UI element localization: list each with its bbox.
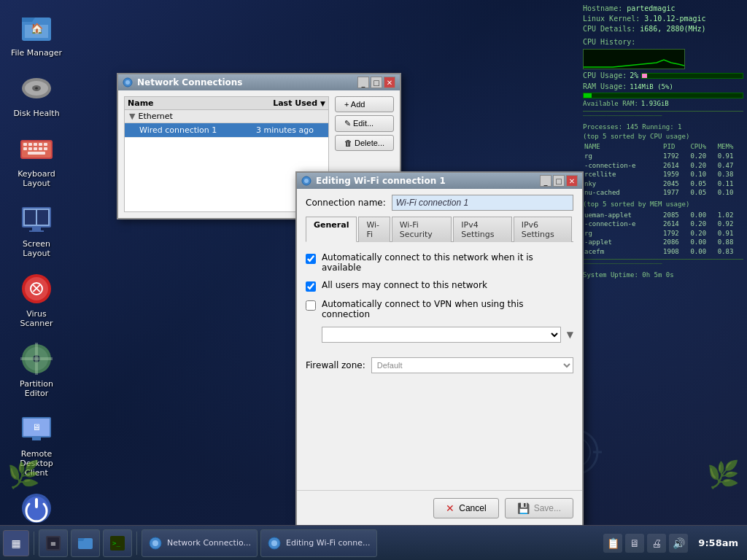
wifi-dialog-footer: ✕ Cancel 💾 Save... (297, 490, 582, 525)
kernel-value: 3.10.12-pmagic (644, 15, 705, 23)
cpu-usage-bar (641, 73, 743, 79)
kernel-label: Linux Kernel: (583, 15, 640, 23)
icon-virus-scanner[interactable]: ✕ Virus Scanner (7, 268, 66, 331)
tab-wifi[interactable]: Wi-Fi (358, 217, 390, 242)
icon-screen-layout[interactable]: Screen Layout (7, 198, 66, 261)
icon-label-partition-editor: Partition Editor (10, 379, 63, 398)
ram-usage-bar (583, 93, 743, 98)
auto-vpn-label[interactable]: Automatically connect to VPN when using … (322, 299, 573, 319)
mem-proc-row-1: ueman-applet 2085 0.00 1.02 (583, 211, 743, 220)
taskbar-sep-1 (34, 532, 34, 555)
start-button[interactable]: ▦ (3, 530, 29, 556)
svg-rect-17 (34, 147, 37, 150)
svg-rect-25 (25, 210, 36, 225)
network-minimize-btn[interactable]: _ (357, 77, 369, 88)
network-maximize-btn[interactable]: □ (371, 77, 382, 88)
group-ethernet-label: Ethernet (138, 112, 172, 121)
svg-point-51 (125, 80, 130, 85)
cpu-proc-row-1: rg 1792 0.20 0.91 (583, 152, 743, 161)
cancel-label: Cancel (459, 503, 486, 513)
network-window-icon (123, 77, 133, 88)
icon-quit[interactable]: Quit (7, 488, 66, 525)
col-name-header: Name (128, 98, 273, 108)
running-count: 1 (678, 123, 681, 131)
auto-vpn-checkbox[interactable] (306, 300, 316, 311)
taskbar-wifi-edit[interactable]: Editing Wi-Fi conne... (260, 529, 377, 557)
all-users-label[interactable]: All users may connect to this network (322, 280, 487, 290)
icon-file-manager[interactable]: 🏠 File Manager (7, 7, 66, 61)
wifi-dialog-titlebar[interactable]: Editing Wi-Fi connection 1 _ □ ✕ (297, 173, 582, 189)
mem-proc-row-2: -connection-e 2614 0.20 0.92 (583, 219, 743, 229)
mem-proc-row-5: acefm 1908 0.00 0.83 (583, 247, 743, 257)
connection-name-input[interactable] (392, 195, 573, 211)
taskbar-terminal[interactable]: >_ (103, 529, 132, 557)
svg-point-64 (271, 540, 277, 546)
wifi-dialog-content: Connection name: General Wi-Fi Wi-Fi Sec… (297, 189, 582, 483)
save-button[interactable]: 💾 Save... (505, 498, 573, 518)
firewall-label: Firewall zone: (306, 360, 365, 370)
all-users-checkbox[interactable] (306, 281, 316, 292)
svg-rect-14 (44, 143, 47, 146)
svg-rect-23 (32, 228, 41, 230)
taskbar-wifi-icon (267, 536, 282, 551)
svg-rect-18 (39, 147, 42, 150)
svg-rect-24 (29, 230, 44, 232)
taskbar-network-connections[interactable]: Network Connectio... (142, 529, 258, 557)
wifi-maximize-btn[interactable]: □ (553, 175, 565, 187)
taskbar-tm-icon: ≡ (45, 535, 61, 551)
taskbar-file-manager[interactable] (71, 529, 100, 557)
cpu-details-label: CPU Details: (583, 25, 635, 33)
cpu-usage-pct: 2% (630, 71, 638, 81)
wifi-close-btn[interactable]: ✕ (566, 175, 578, 187)
uptime-value: 0h 5m 0s (642, 271, 673, 279)
edit-connection-button[interactable]: ✎ Edit... (335, 115, 394, 132)
svg-point-53 (304, 179, 309, 183)
taskbar-fm-icon (77, 535, 93, 551)
network-close-btn[interactable]: ✕ (384, 77, 395, 88)
net-item-wired[interactable]: Wired connection 1 3 minutes ago (125, 123, 328, 138)
tab-general[interactable]: General (306, 217, 357, 242)
cpu-history-chart (583, 49, 685, 69)
wifi-dialog-controls: _ □ ✕ (540, 175, 578, 187)
top5-cpu-header: (top 5 sorted by CPU usage) (583, 132, 743, 141)
cpu-proc-row-3: rcellite 1959 0.10 0.38 (583, 170, 743, 179)
taskbar-task-manager[interactable]: ≡ (39, 529, 68, 557)
col-pid-header: PID (662, 142, 689, 152)
group-arrow-icon: ▼ (129, 112, 135, 121)
icon-label-virus-scanner: Virus Scanner (10, 309, 63, 328)
tray-print[interactable]: 🖨 (647, 534, 666, 553)
wifi-minimize-btn[interactable]: _ (540, 175, 551, 187)
vpn-select[interactable] (322, 327, 561, 343)
hostname-label: Hostname: (583, 4, 622, 12)
firewall-select[interactable]: Default (371, 357, 573, 373)
all-users-row: All users may connect to this network (306, 280, 573, 292)
cancel-icon: ✕ (446, 502, 454, 514)
svg-rect-35 (35, 343, 38, 375)
cpu-proc-table: NAME PID CPU% MEM% rg 1792 0.20 0.91 -co… (583, 142, 743, 198)
taskbar-network-icon (148, 536, 163, 551)
mem-proc-table: ueman-applet 2085 0.00 1.02 -connection-… (583, 211, 743, 257)
svg-text:≡: ≡ (50, 540, 56, 548)
ram-usage-label: RAM Usage: (583, 82, 627, 92)
svg-rect-26 (37, 210, 48, 225)
add-connection-button[interactable]: + Add (335, 96, 394, 112)
delete-connection-button[interactable]: 🗑 Delete... (335, 135, 394, 151)
network-window-titlebar[interactable]: Network Connections _ □ ✕ (118, 74, 400, 90)
wifi-dialog-icon (301, 176, 311, 186)
icon-partition-editor[interactable]: Partition Editor (7, 338, 66, 401)
tab-ipv4[interactable]: IPv4 Settings (453, 217, 511, 242)
svg-rect-42 (35, 498, 38, 508)
tray-clipboard[interactable]: 📋 (603, 534, 622, 553)
icon-keyboard-layout[interactable]: Keyboard Layout (7, 128, 66, 191)
network-window-title: Network Connections (137, 77, 243, 88)
cancel-button[interactable]: ✕ Cancel (433, 498, 498, 518)
col-used-header: Last Used ▼ (273, 98, 325, 108)
icon-disk-health[interactable]: Disk Health (7, 68, 66, 121)
tab-ipv6[interactable]: IPv6 Settings (514, 217, 572, 242)
tray-display[interactable]: 🖥 (625, 534, 644, 553)
auto-connect-checkbox[interactable] (306, 254, 316, 264)
tab-wifi-security[interactable]: Wi-Fi Security (392, 217, 452, 242)
net-group-ethernet: ▼ Ethernet (125, 110, 328, 123)
auto-connect-label[interactable]: Automatically connect to this network wh… (322, 252, 573, 273)
tray-volume[interactable]: 🔊 (669, 534, 688, 553)
